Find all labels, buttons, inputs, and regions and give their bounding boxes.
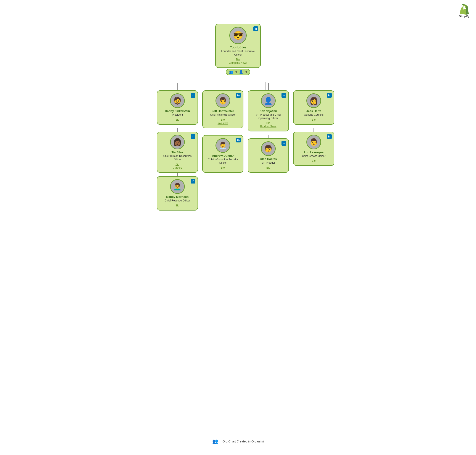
harley-name: Harley Finkelstein	[165, 109, 190, 113]
card-jeff: in 👨 Jeff Hoffmeister Chief Financial Of…	[202, 90, 243, 128]
kaz-bio[interactable]: Bio	[266, 122, 270, 124]
root-name: Tobi Lütke	[230, 45, 246, 49]
luc-title: Chief Growth Officer	[302, 154, 326, 158]
glen-title: VP Product	[262, 161, 275, 165]
kaz-name: Kaz Nejatian	[260, 109, 277, 113]
harley-bio[interactable]: Bio	[175, 118, 179, 121]
badge-teams: 9	[235, 71, 237, 74]
jeff-investors[interactable]: Investors	[218, 122, 228, 125]
kaz-avatar: 👤	[261, 93, 276, 108]
andrew-bio[interactable]: Bio	[221, 166, 225, 169]
card-glen: in 👦 Glen Coates VP Product Bio	[248, 138, 289, 173]
jeff-name: Jeff Hoffmeister	[212, 109, 234, 113]
andrew-title: Chief Information Security Officer	[206, 158, 240, 165]
card-luc: in 👨 Luc Levesque Chief Growth Officer B…	[293, 132, 334, 166]
card-tia: in 👩🏾 Tia Silas Chief Human Resources Of…	[157, 132, 198, 173]
bobby-title: Chief Revenue Officer	[165, 199, 190, 203]
luc-avatar: 👨	[306, 135, 321, 149]
glen-linkedin[interactable]: in	[282, 141, 286, 146]
card-harley: in 🧔 Harley Finkelstein President Bio	[157, 90, 198, 125]
card-andrew: in 👨‍💼 Andrew Dunbar Chief Information S…	[202, 135, 243, 173]
organimi-icon: 👥	[212, 439, 218, 444]
jess-avatar: 👩	[306, 93, 321, 108]
luc-linkedin[interactable]: in	[327, 134, 332, 139]
jeff-linkedin[interactable]: in	[236, 93, 241, 98]
col4: in 👩 Jess Hertz General Counsel Bio in 👨	[293, 90, 334, 166]
harley-title: President	[172, 113, 183, 117]
glen-avatar: 👦	[261, 141, 276, 156]
root-avatar: 😎	[229, 27, 247, 44]
footer: 👥 Org Chart Created in Organimi	[0, 439, 476, 444]
tia-careers[interactable]: Careers	[173, 166, 182, 169]
luc-name: Luc Levesque	[304, 151, 324, 154]
jess-name: Jess Hertz	[306, 109, 321, 113]
jeff-avatar: 👨	[216, 93, 230, 108]
teams-icon: 👥	[229, 70, 233, 74]
tia-title: Chief Human Resources Officer	[160, 154, 194, 161]
bobby-name: Bobby Morrison	[166, 195, 189, 198]
andrew-name: Andrew Dunbar	[212, 154, 234, 157]
card-jess: in 👩 Jess Hertz General Counsel Bio	[293, 90, 334, 125]
kaz-product-news[interactable]: Product News	[260, 125, 276, 128]
glen-bio[interactable]: Bio	[266, 166, 270, 169]
root-company-news-link[interactable]: Company News	[229, 61, 247, 65]
bobby-linkedin[interactable]: in	[191, 179, 195, 184]
root-bio-link[interactable]: Bio	[236, 58, 240, 61]
kaz-linkedin[interactable]: in	[282, 93, 286, 98]
org-chart: in 😎 Tobi Lütke Founder and Chief Execut…	[0, 0, 476, 211]
root-linkedin-badge[interactable]: in	[253, 26, 258, 31]
jess-linkedin[interactable]: in	[327, 93, 332, 98]
jeff-bio[interactable]: Bio	[221, 118, 225, 121]
harley-linkedin[interactable]: in	[191, 93, 195, 98]
jess-title: General Counsel	[304, 113, 324, 117]
kaz-title: VP Product and Chief Operating Officer	[251, 113, 285, 120]
tia-avatar: 👩🏾	[170, 135, 185, 149]
footer-text: Org Chart Created in Organimi	[222, 440, 264, 443]
people-icon: 👤	[239, 70, 243, 74]
jeff-title: Chief Financial Officer	[210, 113, 236, 117]
shopify-logo: Shopify	[459, 4, 469, 18]
jess-bio[interactable]: Bio	[312, 118, 316, 121]
tia-name: Tia Silas	[172, 151, 184, 154]
hline-container	[137, 82, 339, 90]
glen-name: Glen Coates	[260, 157, 277, 161]
root-title: Founder and Chief Executive Officer	[219, 50, 257, 57]
card-kaz: in 👤 Kaz Nejatian VP Product and Chief O…	[248, 90, 289, 131]
badge-people: 9	[245, 71, 247, 74]
card-bobby: in 👨‍🦱 Bobby Morrison Chief Revenue Offi…	[157, 176, 198, 211]
root-drop-line	[238, 75, 238, 82]
col1: in 🧔 Harley Finkelstein President Bio in	[157, 90, 198, 210]
columns-wrapper: in 🧔 Harley Finkelstein President Bio in	[137, 90, 339, 210]
shopify-label: Shopify	[459, 15, 469, 18]
luc-bio[interactable]: Bio	[312, 159, 316, 162]
bobby-bio[interactable]: Bio	[175, 204, 179, 207]
andrew-linkedin[interactable]: in	[236, 138, 241, 142]
andrew-avatar: 👨‍💼	[216, 138, 230, 153]
badge-row: 👥 9 👤 9	[226, 69, 250, 75]
bobby-avatar: 👨‍🦱	[170, 179, 185, 194]
tia-linkedin[interactable]: in	[191, 134, 195, 139]
harley-avatar: 🧔	[170, 93, 185, 108]
tia-bio[interactable]: Bio	[175, 163, 179, 166]
col3: in 👤 Kaz Nejatian VP Product and Chief O…	[248, 90, 289, 173]
root-card: in 😎 Tobi Lütke Founder and Chief Execut…	[215, 24, 261, 68]
col2: in 👨 Jeff Hoffmeister Chief Financial Of…	[202, 90, 243, 173]
